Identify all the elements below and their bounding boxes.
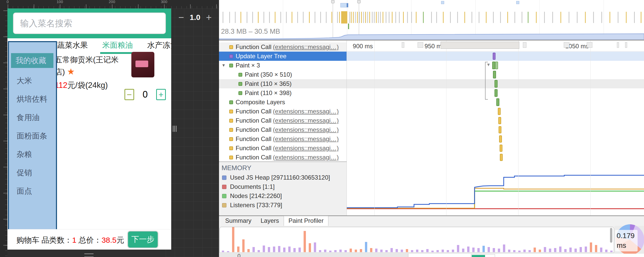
event-row[interactable]: Paint (110 × 398) xyxy=(219,88,347,98)
filmstrip-frame[interactable] xyxy=(402,42,404,48)
sidebar-item[interactable]: 烘培佐料 xyxy=(9,90,56,108)
favorite-star-icon[interactable]: ★ xyxy=(67,67,75,76)
quantity-minus-button[interactable]: − xyxy=(124,89,134,100)
profiler-bar[interactable] xyxy=(605,250,607,252)
event-source-link[interactable]: (extensions::messagi…) xyxy=(273,154,339,161)
event-marker[interactable] xyxy=(493,71,496,78)
profiler-bar[interactable] xyxy=(508,250,510,252)
profiler-scrollbar-thumb[interactable] xyxy=(610,228,612,243)
profiler-bar[interactable] xyxy=(232,227,234,252)
profiler-bar[interactable] xyxy=(549,249,551,252)
profiler-bar[interactable] xyxy=(237,247,239,252)
profiler-bar[interactable] xyxy=(365,242,367,252)
profiler-bar[interactable] xyxy=(421,250,423,252)
profiler-bar[interactable] xyxy=(564,249,567,252)
profiler-bar[interactable] xyxy=(396,249,398,252)
event-marker[interactable] xyxy=(493,53,496,60)
memory-legend-row[interactable]: Nodes [2142:2260] xyxy=(219,191,347,201)
event-source-link[interactable]: (extensions::messagi…) xyxy=(273,43,339,51)
profiler-bar[interactable] xyxy=(539,250,541,252)
event-row[interactable]: Function Call(extensions::messagi…) xyxy=(219,153,347,162)
profiler-bar[interactable] xyxy=(380,250,383,252)
event-source-link[interactable]: (extensions::messagi…) xyxy=(273,126,339,133)
profiler-bar[interactable] xyxy=(385,250,388,252)
profiler-bar[interactable] xyxy=(462,249,464,252)
profiler-bar[interactable] xyxy=(447,250,449,252)
filmstrip-frame[interactable] xyxy=(523,42,526,48)
event-row[interactable]: Paint (110 × 365) xyxy=(219,79,347,88)
profiler-bar[interactable] xyxy=(544,247,546,252)
profiler-bar[interactable] xyxy=(268,247,270,252)
memory-legend-row[interactable]: Used JS Heap [29711160:30653120] xyxy=(219,173,347,182)
profiler-bar[interactable] xyxy=(513,250,515,252)
event-marker[interactable] xyxy=(498,108,501,115)
event-row[interactable]: Composite Layers xyxy=(219,98,347,107)
sidebar-item[interactable]: 大米 xyxy=(9,72,56,90)
sidebar-item[interactable]: 面粉面条 xyxy=(9,127,56,145)
sidebar-item[interactable]: 我的收藏 xyxy=(11,53,53,68)
profiler-bar[interactable] xyxy=(523,250,526,252)
profiler-bar[interactable] xyxy=(355,250,357,252)
paint-profiler-chart[interactable] xyxy=(220,227,614,253)
profiler-bar[interactable] xyxy=(227,251,229,252)
profiler-bar[interactable] xyxy=(488,247,490,252)
search-input[interactable] xyxy=(13,13,166,34)
tab-summary[interactable]: Summary xyxy=(221,216,256,226)
timeline-overview[interactable] xyxy=(219,0,644,40)
timeline-expand-triangle[interactable]: ▼ xyxy=(486,62,491,67)
event-source-link[interactable]: (extensions::messagi…) xyxy=(273,108,339,115)
profiler-bar[interactable] xyxy=(304,231,306,252)
profiler-bar[interactable] xyxy=(472,248,475,252)
profiler-bar[interactable] xyxy=(610,251,613,252)
profiler-bar[interactable] xyxy=(222,251,224,252)
sidebar-item[interactable]: 食用油 xyxy=(9,108,56,127)
overview-window-handle[interactable] xyxy=(357,0,361,3)
profiler-bar[interactable] xyxy=(283,248,285,252)
event-row[interactable]: Paint (350 × 510) xyxy=(219,70,347,79)
profiler-bar[interactable] xyxy=(426,249,429,252)
profiler-bar[interactable] xyxy=(242,239,245,252)
profiler-bar[interactable] xyxy=(273,247,275,252)
filmstrip-frame[interactable] xyxy=(617,42,619,48)
profiler-bar[interactable] xyxy=(559,247,561,252)
event-marker[interactable] xyxy=(498,117,501,124)
viewport-bottom-resize-handle[interactable] xyxy=(84,253,94,257)
profiler-bar[interactable] xyxy=(390,248,393,252)
memory-legend-row[interactable]: Documents [1:1] xyxy=(219,182,347,191)
event-row[interactable]: Function Call(extensions::messagi…) xyxy=(219,107,347,116)
profiler-bar[interactable] xyxy=(493,248,495,252)
memory-legend-row[interactable]: Listeners [733:779] xyxy=(219,201,347,210)
tab-paint-profiler[interactable]: Paint Profiler xyxy=(284,216,328,226)
event-marker[interactable] xyxy=(499,135,502,143)
profiler-bar[interactable] xyxy=(406,249,408,252)
profiler-bar[interactable] xyxy=(288,247,291,252)
profiler-bar[interactable] xyxy=(344,250,347,252)
event-row[interactable]: Function Call(extensions::messagi…) xyxy=(219,144,347,153)
event-source-link[interactable]: (extensions::messagi…) xyxy=(273,135,339,143)
profiler-bar[interactable] xyxy=(370,248,372,252)
profiler-bar[interactable] xyxy=(554,248,556,252)
profiler-bar[interactable] xyxy=(467,247,469,252)
event-row[interactable]: ▼Paint × 3 xyxy=(219,61,347,70)
profiler-bar[interactable] xyxy=(329,251,331,252)
event-marker[interactable] xyxy=(495,62,498,69)
filmstrip-frame[interactable] xyxy=(441,42,519,49)
event-source-link[interactable]: (extensions::messagi…) xyxy=(273,117,339,124)
zoom-in-button[interactable]: + xyxy=(206,12,212,22)
quantity-plus-button[interactable]: + xyxy=(156,89,166,100)
event-row[interactable]: Function Call(extensions::messagi…) xyxy=(219,42,347,52)
sidebar-item[interactable]: 面点 xyxy=(9,182,56,200)
profiler-bar[interactable] xyxy=(258,250,260,252)
event-row[interactable]: Function Call(extensions::messagi…) xyxy=(219,116,347,125)
next-step-button[interactable]: 下一步 xyxy=(128,231,158,248)
profiler-bar[interactable] xyxy=(298,248,301,252)
filmstrip-frame[interactable] xyxy=(625,42,627,48)
profiler-bar[interactable] xyxy=(442,250,444,252)
profiler-bar[interactable] xyxy=(314,242,316,252)
profiler-bar[interactable] xyxy=(595,245,597,252)
profiler-bar[interactable] xyxy=(580,247,582,252)
event-row[interactable]: Update Layer Tree xyxy=(219,52,347,61)
filmstrip-frame[interactable] xyxy=(564,42,569,48)
sidebar-item[interactable]: 杂粮 xyxy=(9,145,56,163)
expand-triangle-icon[interactable]: ▼ xyxy=(222,63,226,68)
